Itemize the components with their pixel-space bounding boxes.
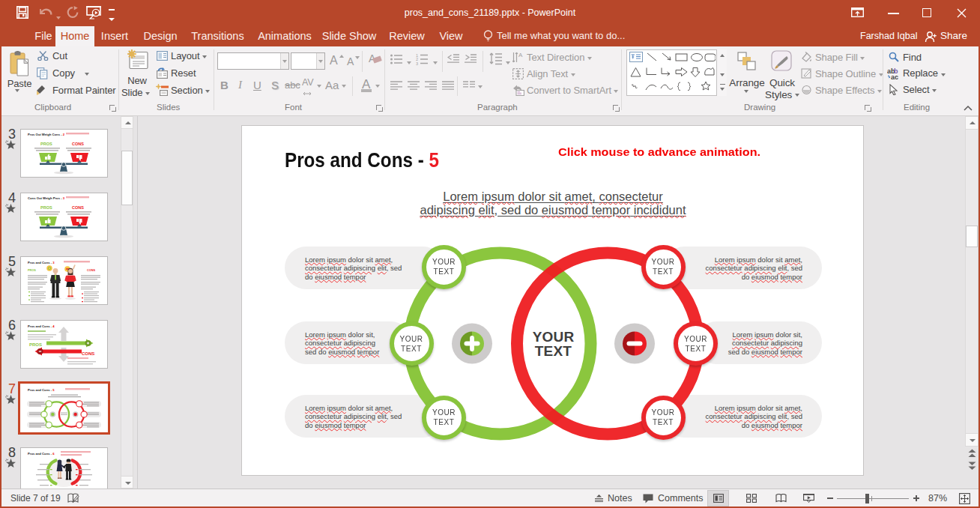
- svg-text:PROS: PROS: [40, 205, 52, 210]
- svg-text:CONS: CONS: [72, 142, 84, 146]
- svg-text:PROS: PROS: [28, 269, 36, 272]
- svg-text:PROS: PROS: [40, 142, 52, 146]
- svg-text:Cons Out Weigh Pros - 3: Cons Out Weigh Pros - 3: [28, 196, 65, 200]
- svg-text:CONS: CONS: [87, 269, 95, 272]
- svg-text:Pros Out Weigh Cons - 2: Pros Out Weigh Cons - 2: [28, 133, 65, 136]
- svg-text:ac: ac: [891, 73, 898, 80]
- svg-text:CONS: CONS: [72, 205, 84, 210]
- svg-text:A: A: [518, 52, 523, 58]
- svg-text:Pros and Cons - 3: Pros and Cons - 3: [28, 261, 55, 264]
- svg-text:Pros and Cons - 4: Pros and Cons - 4: [28, 324, 55, 328]
- svg-text:Pros and Cons - 6: Pros and Cons - 6: [28, 452, 55, 456]
- svg-text:3: 3: [416, 61, 418, 66]
- svg-text:CONS: CONS: [82, 351, 94, 356]
- svg-text:PROS: PROS: [29, 342, 42, 347]
- svg-text:Pros and Cons - 5: Pros and Cons - 5: [28, 388, 55, 392]
